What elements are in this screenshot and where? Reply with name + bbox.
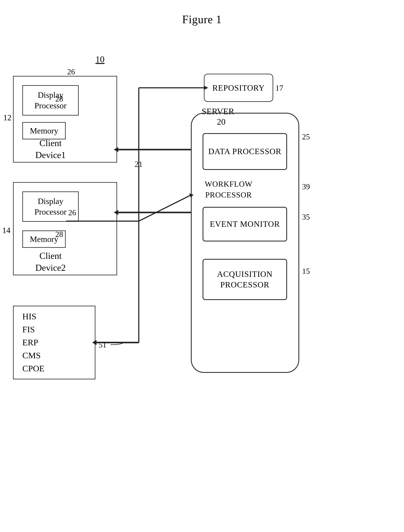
- his-box: HISFISERPCMSCPOE: [13, 306, 96, 379]
- data-processor-box: DATA PROCESSOR: [203, 133, 287, 170]
- ref-25: 25: [302, 132, 310, 141]
- svg-text:21: 21: [135, 159, 143, 169]
- repository-box: REPOSITORY: [204, 74, 273, 102]
- server-box: DATA PROCESSOR WORKFLOWPROCESSOR EVENT M…: [191, 113, 299, 373]
- ref-17: 17: [276, 83, 283, 93]
- ref-28-client2: 28: [55, 230, 63, 239]
- svg-line-10: [139, 195, 191, 221]
- client2-display-processor: Display Processor: [22, 191, 79, 222]
- ref-39: 39: [302, 182, 310, 191]
- event-monitor-box: EVENT MONITOR: [203, 207, 287, 241]
- ref-15: 15: [302, 267, 310, 276]
- ref-28-client1: 28: [55, 94, 63, 103]
- client1-display-processor: Display Processor: [22, 85, 79, 115]
- client1-box: Display Processor Memory ClientDevice1: [13, 76, 117, 163]
- ref-35: 35: [302, 212, 310, 222]
- ref-26-client1: 26: [67, 67, 75, 76]
- client2-box: Display Processor Memory ClientDevice2: [13, 182, 117, 275]
- ref-51: 51: [99, 340, 107, 349]
- diagram-area: 10 Display Processor Memory ClientDevice…: [0, 48, 404, 525]
- workflow-processor-label: WORKFLOWPROCESSOR: [205, 179, 252, 201]
- ref-26-client2: 26: [68, 208, 76, 217]
- figure-title: Figure 1: [0, 0, 404, 26]
- ref-10: 10: [96, 54, 104, 65]
- client1-memory: Memory: [22, 122, 66, 139]
- ref-12: 12: [3, 113, 12, 122]
- ref-14: 14: [2, 225, 10, 235]
- client1-label: ClientDevice1: [35, 137, 66, 161]
- his-label: HISFISERPCMSCPOE: [22, 310, 45, 375]
- acquisition-processor-box: ACQUISITION PROCESSOR: [203, 259, 287, 300]
- client2-label: ClientDevice2: [35, 250, 66, 274]
